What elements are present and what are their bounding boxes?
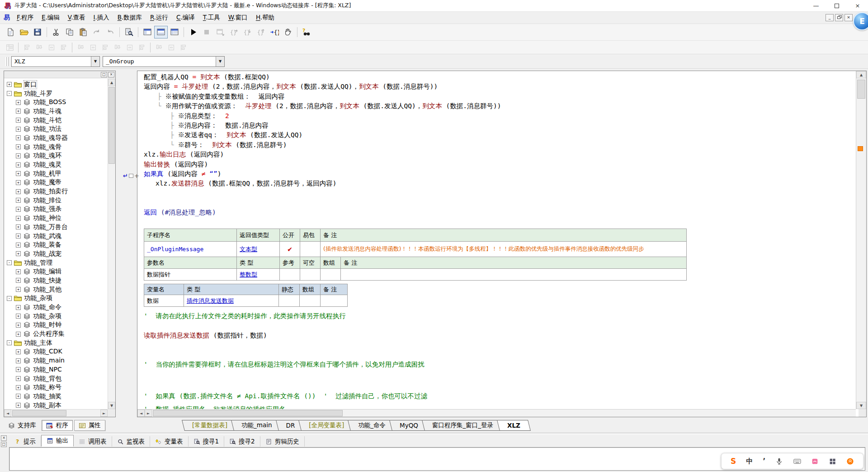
expand-icon[interactable]: + [7, 82, 12, 87]
expand-icon[interactable]: + [16, 323, 21, 328]
code-line[interactable]: 返回 (#消息处理_忽略) [144, 208, 856, 217]
sogou-s-icon[interactable]: S [731, 457, 736, 466]
output-tab-提示[interactable]: ?提示 [9, 436, 41, 447]
expand-icon[interactable]: + [16, 243, 21, 248]
new-file-button[interactable] [4, 26, 17, 38]
code-editor[interactable]: 配置_机器人QQ = 到文本 (数据.框架QQ)返回内容 = 斗罗处理 (2，数… [137, 71, 856, 409]
expand-icon[interactable]: + [16, 127, 21, 132]
tree-item[interactable]: +功能_称号 [4, 383, 108, 392]
code-blank-line[interactable] [144, 370, 856, 379]
tree-item[interactable]: +功能_命令 [4, 303, 108, 312]
tree-item[interactable]: +功能_武魂 [4, 232, 108, 241]
code-line[interactable]: xlz.发送群消息 (数据.框架QQ，数据.消息群号，返回内容) [144, 179, 856, 188]
method-combo[interactable]: _OnGroup ▼ [103, 56, 225, 67]
tree-item[interactable]: +功能_斗魂 [4, 107, 108, 116]
assembly-tab-全局变量表[interactable]: [全局变量表] [300, 420, 353, 431]
expand-icon[interactable]: + [16, 109, 21, 114]
mic-icon[interactable] [775, 458, 783, 465]
close-tree-button[interactable]: × [108, 72, 114, 77]
code-blank-line[interactable] [144, 379, 856, 389]
expand-icon[interactable]: + [16, 394, 21, 399]
expand-icon[interactable]: + [16, 287, 21, 292]
tree-item[interactable]: +功能_战宠 [4, 249, 108, 258]
output-tab-搜寻1[interactable]: 搜寻1 [189, 436, 225, 447]
tree-item[interactable]: +功能_魂灵 [4, 160, 108, 169]
scroll-right-icon[interactable]: ► [145, 410, 152, 417]
tree-item[interactable]: +公共程序集 [4, 329, 108, 339]
editor-vertical-scrollbar[interactable]: ▲ ▼ [856, 71, 866, 409]
code-line[interactable]: xlz.输出日志 (返回内容) [144, 150, 856, 159]
code-blank-line[interactable] [144, 198, 856, 208]
expand-icon[interactable]: + [16, 385, 21, 390]
cut-button[interactable] [49, 26, 63, 38]
expand-icon[interactable]: + [16, 403, 21, 408]
expand-icon[interactable]: + [16, 367, 21, 372]
tree-vscroll-thumb[interactable] [108, 87, 115, 164]
scroll-left-icon[interactable]: ◄ [4, 410, 11, 417]
collapse-icon[interactable]: - [7, 296, 12, 301]
assembly-tab-常量数据表[interactable]: [常量数据表] [183, 420, 236, 431]
code-line[interactable]: ' 数据.插件应用名 欲发送消息的插件应用名 [144, 405, 856, 409]
output-tab-剪辑历史[interactable]: 剪辑历史 [260, 436, 305, 447]
paste-button[interactable] [76, 26, 90, 38]
code-blank-line[interactable] [144, 340, 856, 350]
keyboard-icon[interactable] [793, 458, 801, 465]
mdi-minimize-button[interactable]: _ [826, 14, 834, 21]
expand-icon[interactable]: + [16, 216, 21, 221]
tree-item[interactable]: +功能_背包 [4, 374, 108, 383]
expand-icon[interactable]: + [16, 376, 21, 381]
toolbar-grip[interactable] [5, 57, 9, 66]
open-file-button[interactable] [17, 26, 31, 38]
output-tab-输出[interactable]: 输出 [41, 435, 74, 447]
code-line[interactable]: 返回内容 = 斗罗处理 (2，数据.消息内容，到文本 (数据.发送人QQ)，到文… [144, 82, 856, 91]
tree-item[interactable]: -功能_斗罗 [4, 89, 108, 98]
expand-icon[interactable]: + [16, 358, 21, 363]
expand-icon[interactable]: + [16, 118, 21, 123]
run-button[interactable] [186, 26, 200, 38]
scroll-right-icon[interactable]: ► [100, 410, 108, 417]
sogou-logo-icon[interactable] [846, 458, 854, 465]
menu-item-查看[interactable]: V.查看 [64, 14, 90, 22]
menu-item-运行[interactable]: R.运行 [146, 14, 172, 22]
tree-item[interactable]: +功能_BOSS [4, 98, 108, 107]
expand-icon[interactable]: + [16, 153, 21, 158]
tree-hscroll-thumb[interactable] [12, 410, 66, 416]
expand-icon[interactable]: + [16, 135, 21, 140]
tree-item[interactable]: +功能_神位 [4, 214, 108, 223]
code-blank-line[interactable] [144, 218, 856, 227]
help-search-button[interactable]: ? [300, 26, 313, 38]
menu-item-插入[interactable]: I.插入 [90, 14, 113, 22]
copy-button[interactable] [63, 26, 76, 38]
assembly-tab-功能_main[interactable]: 功能_main [232, 420, 281, 431]
code-line[interactable]: ' 当你的插件需要弹框时，请在信息框标题注明这个弹框来自于哪个插件，以免对用户造… [144, 360, 856, 369]
tree-item[interactable]: +功能_main [4, 356, 108, 365]
tree-item[interactable]: +窗口 [4, 80, 108, 89]
tree-item[interactable]: +功能_CDK [4, 348, 108, 357]
menu-item-数据库[interactable]: B.数据库 [113, 14, 146, 22]
tree-item[interactable]: -功能_主体 [4, 339, 108, 348]
expand-icon[interactable]: + [16, 332, 21, 337]
scroll-up-icon[interactable]: ▲ [856, 71, 866, 78]
tree-item[interactable]: -功能_杂项 [4, 294, 108, 303]
code-blank-line[interactable] [144, 321, 856, 331]
tree-item[interactable]: +功能_抽奖 [4, 392, 108, 401]
save-button[interactable] [31, 26, 44, 38]
expand-icon[interactable]: + [16, 207, 21, 212]
close-button[interactable]: × [847, 0, 868, 11]
editor-hscroll-thumb[interactable] [153, 410, 343, 416]
menu-item-窗口[interactable]: W.窗口 [224, 14, 252, 22]
assembly-tab-窗口程序集_窗口_登录[interactable]: 窗口程序集_窗口_登录 [423, 420, 502, 431]
tree-item[interactable]: +功能_排位 [4, 196, 108, 205]
tree-item[interactable]: +功能_时钟 [4, 321, 108, 330]
code-line[interactable]: ' 请勿在此执行上传文件之类的耗时操作，此类操作请另开线程执行 [144, 311, 856, 321]
tree-item[interactable]: +功能_编辑 [4, 267, 108, 276]
expand-icon[interactable]: + [16, 278, 21, 283]
undock-panel-button[interactable]: □ [1, 442, 7, 447]
output-tab-搜寻2[interactable]: 搜寻2 [224, 436, 260, 447]
maximize-button[interactable] [826, 0, 847, 11]
assembly-tab-MyQQ[interactable]: MyQQ [391, 420, 427, 431]
tree-horizontal-scrollbar[interactable]: ◄ ► [4, 409, 108, 417]
code-line[interactable]: 输出替换 (返回内容) [144, 160, 856, 169]
tree-item[interactable]: +功能_功法 [4, 124, 108, 133]
scroll-down-icon[interactable]: ▼ [856, 402, 866, 409]
